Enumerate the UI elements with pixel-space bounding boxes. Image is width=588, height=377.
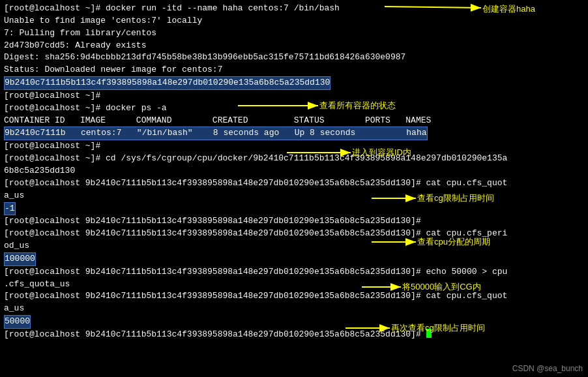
cursor xyxy=(426,329,432,338)
line-8: [root@localhost ~]# xyxy=(4,90,584,102)
line-13: [root@localhost ~]# cd /sys/fs/cgroup/cp… xyxy=(4,153,584,165)
line-27-prompt: [root@localhost 9b2410c7111b5b113c4f3938… xyxy=(4,329,584,341)
line-26-value: 50000 xyxy=(4,315,584,329)
line-4: 2d473b07cdd5: Already exists xyxy=(4,40,584,52)
line-22: [root@localhost 9b2410c7111b5b113c4f3938… xyxy=(4,266,584,279)
line-7-container-id: 9b2410c7111b5b113c4f393895898a148e297db0… xyxy=(4,76,584,90)
line-18: [root@localhost 9b2410c7111b5b113c4f3938… xyxy=(4,215,584,228)
line-25: a_us xyxy=(4,303,584,315)
line-5: Digest: sha256:9d4bcbbb213dfd745b58be38b… xyxy=(4,52,584,64)
line-9: [root@localhost ~]# docker ps -a xyxy=(4,102,584,115)
line-6: Status: Downloaded newer image for cento… xyxy=(4,64,584,76)
line-19: [root@localhost 9b2410c7111b5b113c4f3938… xyxy=(4,228,584,240)
line-12: [root@localhost ~]# xyxy=(4,140,584,153)
line-3: 7: Pulling from library/centos xyxy=(4,27,584,40)
terminal: [root@localhost ~]# docker run -itd --na… xyxy=(0,0,588,377)
line-11-table-row: 9b2410c7111b centos:7 "/bin/bash" 8 seco… xyxy=(4,127,584,140)
line-1: [root@localhost ~]# docker run -itd --na… xyxy=(4,3,584,15)
line-16: a_us xyxy=(4,190,584,202)
line-23: .cfs_quota_us xyxy=(4,279,584,291)
line-17-value: -1 xyxy=(4,202,584,216)
line-21-value: 100000 xyxy=(4,252,584,266)
line-14: 6b8c5a235dd130 xyxy=(4,165,584,177)
line-2: Unable to find image 'centos:7' locally xyxy=(4,15,584,27)
line-10-table-header: CONTAINER ID IMAGE COMMAND CREATED STATU… xyxy=(4,115,584,127)
line-20: od_us xyxy=(4,240,584,252)
watermark: CSDN @sea_bunch xyxy=(512,364,583,373)
line-15: [root@localhost 9b2410c7111b5b113c4f3938… xyxy=(4,177,584,190)
line-24: [root@localhost 9b2410c7111b5b113c4f3938… xyxy=(4,290,584,303)
terminal-lines: [root@localhost ~]# docker run -itd --na… xyxy=(4,3,584,341)
